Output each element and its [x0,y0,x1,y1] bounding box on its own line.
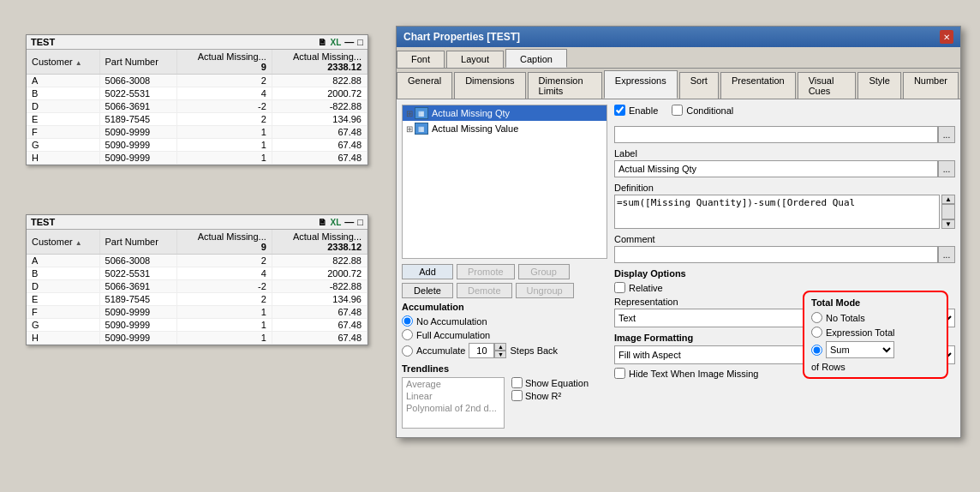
spinner-up[interactable]: ▲ [494,343,506,351]
tab-layout[interactable]: Layout [446,51,504,68]
table-cell: -2 [176,280,272,293]
label-browse-btn[interactable]: ... [938,160,955,177]
expressions-list[interactable]: ⊞ ▦ Actual Missing Qty ⊞ ▦ Actual Missin… [402,105,607,259]
trendlines-section: Trendlines Average Linear Polynomial of … [402,363,607,432]
table-cell: 5090-9999 [99,126,176,139]
total-mode-title: Total Mode [811,297,940,308]
table-row: D5066-3691-2-822.88 [27,100,368,113]
table1-title: TEST [31,37,55,47]
promote-button[interactable]: Promote [457,264,515,279]
label-input[interactable] [614,160,938,177]
show-r2-checkbox[interactable] [511,390,523,401]
table1-icon-maximize[interactable]: □ [357,37,363,47]
no-accumulation-radio[interactable] [402,315,413,327]
table1-icon-minimize[interactable]: — [344,37,354,47]
dialog-title-text: Chart Properties [TEST] [403,31,520,43]
tab-number[interactable]: Number [903,72,959,99]
table2-icons: 🗎 XL — □ [318,217,363,227]
table-cell: 67.48 [272,152,367,165]
table1: TEST 🗎 XL — □ Customer ▲ Part Number Act… [26,34,368,165]
ungroup-button[interactable]: Ungroup [516,283,574,298]
table-cell: 134.96 [272,293,367,306]
table-cell: 5090-9999 [99,152,176,165]
table1-icon-xl: XL [331,38,342,47]
table-row: F5090-9999167.48 [27,306,368,319]
no-totals-radio[interactable] [811,312,822,323]
tab-presentation[interactable]: Presentation [720,72,796,99]
comment-input-row: ... [614,246,955,263]
table2-col-missing2: Actual Missing...2338.12 [272,230,367,255]
table-row: F5090-9999167.48 [27,126,368,139]
chart-properties-dialog: Chart Properties [TEST] ✕ Font Layout Ca… [396,26,961,438]
sum-select[interactable]: Sum Average Min Max [826,341,894,358]
no-totals-row: No Totals [811,312,940,323]
trendline-linear[interactable]: Linear [403,390,504,402]
table-cell: 67.48 [272,332,367,345]
table2-icon-doc: 🗎 [318,217,327,227]
hide-text-checkbox[interactable] [614,368,625,379]
enable-label: Enable [629,105,658,116]
trendlines-list[interactable]: Average Linear Polynomial of 2nd d... [402,377,505,429]
conditional-checkbox[interactable] [672,105,683,116]
add-button[interactable]: Add [402,264,453,279]
tab-expressions[interactable]: Expressions [604,70,678,99]
comment-browse-btn[interactable]: ... [938,246,955,263]
tab-general[interactable]: General [397,72,452,99]
table2-col-customer: Customer ▲ [27,230,99,255]
steps-input[interactable] [469,343,494,358]
tab-sort[interactable]: Sort [679,72,719,99]
expr-item-1[interactable]: ⊞ ▦ Actual Missing Value [403,121,607,136]
accumulate-radio[interactable] [402,345,413,357]
conditional-input-row: ... [614,126,955,143]
conditional-browse-btn[interactable]: ... [938,126,955,143]
full-accumulation-radio[interactable] [402,329,413,340]
of-rows-label: of Rows [811,362,940,372]
def-scroll-up[interactable]: ▲ [941,195,955,204]
sum-row: Sum Average Min Max [811,341,940,358]
table-cell: E [27,113,99,126]
comment-input[interactable] [614,246,938,263]
relative-checkbox[interactable] [614,282,625,293]
tab-font[interactable]: Font [397,51,445,68]
table1-title-bar: TEST 🗎 XL — □ [27,35,368,50]
definition-container: =sum([Missing Quantity])-sum([Ordered Qu… [614,195,955,229]
expr-item-0[interactable]: ⊞ ▦ Actual Missing Qty [403,105,607,121]
table1-icon-doc: 🗎 [318,37,327,47]
dialog-close-button[interactable]: ✕ [940,30,953,44]
tab-style[interactable]: Style [858,72,900,99]
conditional-input[interactable] [614,126,938,143]
table-cell: 67.48 [272,306,367,319]
group-button[interactable]: Group [518,264,570,279]
demote-button[interactable]: Demote [457,283,512,298]
btn-row-bottom: Delete Demote Ungroup [402,283,607,298]
show-equation-label: Show Equation [525,378,589,388]
btn-row-top: Add Promote Group [402,264,607,279]
table-cell: H [27,152,99,165]
show-equation-checkbox[interactable] [511,377,523,388]
right-panel: Enable Conditional ... Label ... Definit… [614,105,955,432]
trendline-average[interactable]: Average [403,378,504,390]
tab-dimensions[interactable]: Dimensions [454,72,525,99]
delete-button[interactable]: Delete [402,283,453,298]
table-cell: 5022-5531 [99,267,176,280]
expression-total-radio[interactable] [811,327,822,338]
tab-dimension-limits[interactable]: Dimension Limits [528,72,602,99]
trendline-poly[interactable]: Polynomial of 2nd d... [403,402,504,414]
table-cell: 1 [176,306,272,319]
show-equation-row: Show Equation [511,377,589,388]
enable-checkbox[interactable] [614,105,625,116]
table-row: E5189-75452134.96 [27,113,368,126]
table2-icon-minimize[interactable]: — [344,217,354,227]
tab-visual-cues[interactable]: Visual Cues [798,72,857,99]
sum-radio[interactable] [811,345,822,356]
spinner-down[interactable]: ▼ [494,351,506,358]
table-cell: 1 [176,126,272,139]
bottom-tab-bar: General Dimensions Dimension Limits Expr… [397,69,960,99]
def-scroll-down[interactable]: ▼ [941,219,955,229]
definition-textarea[interactable]: =sum([Missing Quantity])-sum([Ordered Qu… [614,195,940,229]
table2-icon-maximize[interactable]: □ [357,217,363,227]
definition-label: Definition [614,183,955,193]
comment-label: Comment [614,234,955,244]
tab-caption[interactable]: Caption [505,49,567,68]
table-cell: 5090-9999 [99,319,176,332]
